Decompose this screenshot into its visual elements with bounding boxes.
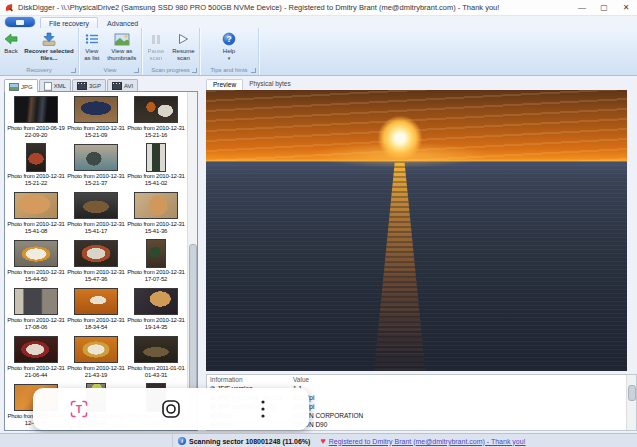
thumbnail-image[interactable] — [14, 288, 58, 315]
thumbnail-item[interactable]: Photo from 2010-12-3115-44-50 — [6, 238, 66, 286]
list-scrollbar[interactable] — [187, 92, 197, 430]
thumbnail-image[interactable] — [74, 288, 118, 315]
thumbnail-caption: Photo from 2010-12-3115-21-37 — [67, 173, 125, 186]
thumbnail-image[interactable] — [134, 288, 178, 315]
thumbnail-image[interactable] — [74, 336, 118, 363]
thumbnail-item[interactable]: Photo from 2010-12-3115-21-16 — [126, 94, 186, 142]
thumbnail-item[interactable]: Photo from 2010-12-3115-21-37 — [66, 142, 126, 190]
thumbnail-item[interactable]: Photo from 2010-12-3115-41-08 — [6, 190, 66, 238]
thumbnail-image[interactable] — [74, 96, 118, 123]
filetype-tab-xml[interactable]: XML — [39, 79, 71, 91]
info-name: Orientation — [217, 430, 249, 431]
help-button[interactable]: ? Help ▾ — [220, 30, 238, 62]
view-as-thumbnails-button[interactable]: View as thumbnails — [105, 30, 139, 62]
resume-scan-button[interactable]: Resume scan — [170, 30, 197, 62]
maximize-button[interactable]: ▢ — [593, 0, 615, 15]
ribbon-group-scan-progress: Pause scan Resume scan Scan progress — [142, 28, 200, 75]
scan-status-text: Scanning sector 108001248 (11.06%) — [189, 438, 310, 445]
filetype-tab-avi[interactable]: AVI — [107, 79, 138, 91]
screen-capture-overlay-toolbar: T — [33, 388, 309, 430]
list-icon — [85, 31, 99, 47]
thumbnail-image[interactable] — [134, 96, 178, 123]
thumbnail-item[interactable]: Photo from 2010-06-1922-09-20 — [6, 94, 66, 142]
thumbnail-caption: Photo from 2011-01-0101-43-31 — [127, 365, 184, 378]
preview-tab-bar: Preview Physical bytes — [206, 79, 297, 90]
filetype-tab-label: JPG — [21, 84, 33, 90]
thumbnail-item[interactable]: Photo from 2010-12-3115-47-36 — [66, 238, 126, 286]
recover-selected-files-button[interactable]: Recover selected files... — [22, 30, 76, 62]
group-label-scan-progress: Scan progress — [151, 67, 190, 73]
thumbnail-caption: Photo from 2010-12-3115-41-17 — [67, 221, 125, 234]
back-button[interactable]: Back — [2, 30, 20, 56]
text-extract-icon: T — [68, 398, 90, 420]
thumbnail-item[interactable]: Photo from 2010-12-3117-08-06 — [6, 286, 66, 334]
minimize-button[interactable]: — — [571, 0, 593, 15]
thumbnail-caption: Photo from 2010-12-3115-41-36 — [127, 221, 185, 234]
tab-file-recovery[interactable]: File recovery — [40, 17, 98, 28]
thumbnail-item[interactable]: Photo from 2010-12-3115-21-22 — [6, 142, 66, 190]
thumbnail-item[interactable]: Photo from 2010-12-3115-41-36 — [126, 190, 186, 238]
thumbnail-item[interactable]: Photo from 2010-12-3118-34-54 — [66, 286, 126, 334]
ribbon-spacer — [259, 28, 637, 75]
thumbnail-item[interactable]: Photo from 2010-12-3117-07-52 — [126, 238, 186, 286]
thumbnail-image[interactable] — [26, 143, 46, 172]
app-menu-button[interactable] — [5, 17, 35, 27]
thumbnail-image[interactable] — [146, 239, 166, 268]
thumbnail-caption: Photo from 2010-12-3115-21-09 — [67, 125, 125, 138]
thumbnail-item[interactable]: Photo from 2011-01-0101-43-31 — [126, 334, 186, 382]
thumbnail-image[interactable] — [14, 336, 58, 363]
group-label-recovery: Recovery — [26, 67, 51, 73]
ribbon: Back Recover selected files... Recovery … — [0, 28, 637, 76]
thumbnail-item[interactable]: Photo from 2010-12-3121-43-19 — [66, 334, 126, 382]
thumbnail-item[interactable]: Photo from 2010-12-3121-06-44 — [6, 334, 66, 382]
ribbon-group-tips: ? Help ▾ Tips and hints — [200, 28, 259, 75]
close-button[interactable]: ✕ — [615, 0, 637, 15]
svg-text:?: ? — [226, 34, 231, 44]
thumbnail-image[interactable] — [14, 96, 58, 123]
view-as-list-button[interactable]: View as list — [81, 30, 103, 62]
filetype-tab-3gp[interactable]: 3GP — [72, 79, 106, 91]
thumbnail-item[interactable]: Photo from 2010-12-3119-14-35 — [126, 286, 186, 334]
thumbnail-caption: Photo from 2010-12-3117-07-52 — [127, 269, 185, 282]
tab-preview[interactable]: Preview — [206, 79, 243, 90]
thumbnail-image[interactable] — [74, 192, 118, 219]
info-table-header: Information Value — [207, 375, 636, 384]
info-value: 1 — [293, 430, 297, 431]
thumbnail-caption: Photo from 2010-12-3117-08-06 — [7, 317, 65, 330]
tab-physical-bytes[interactable]: Physical bytes — [243, 79, 297, 90]
info-table-scrollbar[interactable] — [626, 375, 636, 430]
thumbnail-image[interactable] — [134, 336, 178, 363]
xml-file-icon — [44, 82, 52, 91]
thumbnail-image[interactable] — [74, 240, 118, 267]
help-icon: ? — [222, 31, 236, 47]
thumbnail-item[interactable]: Photo from 2010-12-3115-21-09 — [66, 94, 126, 142]
more-options-button[interactable] — [217, 388, 309, 430]
text-extract-button[interactable]: T — [33, 388, 125, 430]
dialog-launcher-icon[interactable] — [71, 68, 76, 73]
dialog-launcher-icon[interactable] — [134, 68, 139, 73]
tab-advanced[interactable]: Advanced — [98, 17, 147, 28]
thumbnail-image[interactable] — [134, 192, 178, 219]
thumbnail-image[interactable] — [74, 144, 118, 171]
filetype-tab-label: 3GP — [89, 83, 101, 89]
registered-link[interactable]: Registered to Dmitry Brant (me@dmitrybra… — [329, 438, 526, 445]
recovered-files-list[interactable]: Photo from 2010-06-1922-09-20Photo from … — [4, 91, 198, 431]
visual-search-button[interactable] — [125, 388, 217, 430]
thumbnail-image[interactable] — [146, 143, 166, 172]
recover-icon — [41, 31, 57, 47]
filetype-tab-label: AVI — [124, 83, 133, 89]
help-dropdown-arrow: ▾ — [228, 55, 231, 62]
dialog-launcher-icon[interactable] — [192, 68, 197, 73]
thumbnail-item[interactable]: Photo from 2010-12-3115-41-02 — [126, 142, 186, 190]
svg-text:T: T — [76, 403, 83, 415]
status-bar: i Scanning sector 108001248 (11.06%) ♥ R… — [0, 433, 637, 447]
dialog-launcher-icon[interactable] — [251, 68, 256, 73]
thumbnail-image[interactable] — [14, 192, 58, 219]
thumbnail-caption: Photo from 2010-12-3115-41-02 — [127, 173, 185, 186]
thumbnail-image[interactable] — [14, 240, 58, 267]
filetype-tab-jpg[interactable]: JPG — [4, 79, 38, 92]
column-value: Value — [293, 376, 309, 383]
thumbnail-caption: Photo from 2010-12-3115-21-22 — [7, 173, 65, 186]
thumbnail-item[interactable]: Photo from 2010-12-3115-41-17 — [66, 190, 126, 238]
info-scrollbar-thumb[interactable] — [628, 385, 636, 401]
